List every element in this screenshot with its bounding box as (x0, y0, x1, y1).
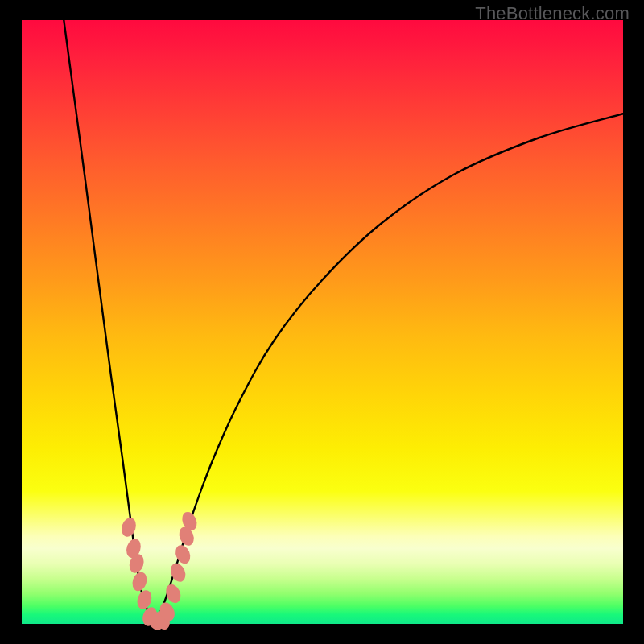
heatmap-background (22, 20, 623, 624)
chart-frame: TheBottleneck.com (0, 0, 644, 644)
watermark-text: TheBottleneck.com (475, 4, 630, 23)
